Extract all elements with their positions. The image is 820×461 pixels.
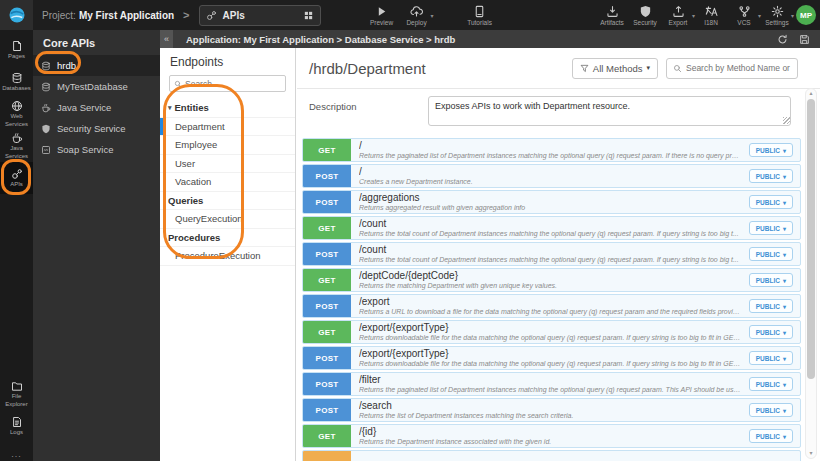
caret-down-icon: ▾ (692, 12, 695, 19)
tree-item-employee[interactable]: Employee (160, 136, 295, 155)
resize-grip[interactable] (783, 117, 790, 124)
endpoint-row[interactable]: GET/countReturns the total count of Depa… (302, 216, 801, 240)
endpoints-search[interactable] (169, 75, 286, 92)
wavemaker-logo-icon (8, 6, 26, 24)
access-dropdown[interactable]: PUBLIC ▾ (749, 377, 793, 391)
access-dropdown[interactable]: PUBLIC ▾ (749, 247, 793, 261)
folder-icon (11, 380, 23, 392)
branch-icon (738, 5, 751, 18)
endpoints-search-input[interactable] (185, 79, 281, 89)
endpoint-description: Returns the matching Department with giv… (359, 282, 741, 290)
toolbar-preview-button[interactable]: Preview (369, 5, 395, 26)
refresh-icon[interactable] (777, 34, 788, 45)
save-icon[interactable] (799, 34, 810, 45)
collapse-panel-button[interactable]: « (160, 30, 173, 48)
workspace-selector[interactable]: APIs (199, 5, 321, 26)
access-dropdown[interactable]: PUBLIC ▾ (749, 403, 793, 417)
caret-down-icon: ▾ (783, 147, 786, 154)
core-apis-item-mytestdatabase[interactable]: MyTestDatabase (33, 76, 160, 97)
scrollbar-thumb[interactable] (807, 99, 815, 379)
database-icon (11, 72, 23, 84)
toolbar-artifacts-button[interactable]: Artifacts (599, 5, 625, 26)
tree-group-queries[interactable]: Queries (160, 192, 295, 211)
tree-item-procedureexecution[interactable]: ProcedureExecution (160, 247, 295, 266)
vertical-scrollbar[interactable]: ▴ ▾ (805, 88, 817, 459)
app-logo[interactable] (0, 0, 33, 30)
endpoint-row[interactable]: POST/countReturns the total count of Dep… (302, 242, 801, 266)
core-apis-item-hrdb[interactable]: hrdb (33, 55, 160, 76)
method-search[interactable] (666, 58, 798, 79)
description-field[interactable]: Exposes APIs to work with Department res… (428, 96, 791, 126)
access-dropdown[interactable]: PUBLIC ▾ (749, 351, 793, 365)
toolbar-settings-button[interactable]: ▾Settings (764, 5, 790, 26)
endpoint-description: Returns the paginated list of Department… (359, 152, 741, 160)
method-badge: GET (303, 217, 351, 239)
caret-down-icon: ▾ (646, 64, 650, 72)
core-apis-sidebar: Core APIs hrdbMyTestDatabaseJava Service… (33, 30, 160, 461)
core-apis-item-java-service[interactable]: Java Service (33, 97, 160, 118)
core-apis-item-security-service[interactable]: Security Service (33, 118, 160, 139)
tree-item-queryexecution[interactable]: QueryExecution (160, 210, 295, 229)
endpoint-description: Returns downloadable file for the data m… (359, 334, 741, 342)
toolbar-export-button[interactable]: ▾Export (665, 5, 691, 26)
database-icon (41, 61, 51, 71)
method-badge: GET (303, 425, 351, 447)
left-rail-items: PagesDatabasesWeb ServicesJava ServicesA… (0, 30, 33, 194)
toolbar-security-button[interactable]: Security (632, 5, 658, 26)
caret-down-icon: ▾ (783, 407, 786, 414)
core-apis-item-soap-service[interactable]: Soap Service (33, 139, 160, 160)
scroll-up-icon[interactable]: ▴ (809, 89, 812, 98)
methods-filter-dropdown[interactable]: All Methods ▾ (572, 58, 658, 79)
endpoints-panel: Endpoints ▾EntitiesDepartmentEmployeeUse… (160, 48, 296, 461)
endpoint-description: Returns the list of Department instances… (359, 412, 741, 420)
endpoint-row[interactable]: GET/export/{exportType}Returns downloada… (302, 320, 801, 344)
access-dropdown[interactable]: PUBLIC ▾ (749, 429, 793, 443)
endpoint-row[interactable]: POST/searchReturns the list of Departmen… (302, 398, 801, 422)
method-search-input[interactable] (686, 63, 791, 73)
tree-group-entities[interactable]: ▾Entities (160, 99, 295, 118)
rail-item-databases[interactable]: Databases (0, 66, 33, 98)
endpoint-row[interactable]: GET/deptCode/{deptCode}Returns the match… (302, 268, 801, 292)
rail-item-web-services[interactable]: Web Services (0, 98, 33, 130)
endpoint-description: Returns aggregated result with given agg… (359, 204, 741, 212)
endpoint-row[interactable]: POST/aggregationsReturns aggregated resu… (302, 190, 801, 214)
grid-icon (303, 10, 314, 21)
toolbar-vcs-button[interactable]: ▾VCS (731, 5, 757, 26)
rail-item-logs[interactable]: Logs (0, 410, 33, 442)
access-dropdown[interactable]: PUBLIC ▾ (749, 273, 793, 287)
toolbar-right: ArtifactsSecurity▾ExportI18N▾VCS▾Setting… (599, 5, 790, 26)
toolbar-deploy-button[interactable]: ▾Deploy (404, 5, 430, 26)
endpoint-description: Returns the paginated list of Department… (359, 386, 741, 394)
rail-item-java-services[interactable]: Java Services (0, 130, 33, 162)
more-menu-button[interactable]: ... (0, 446, 33, 461)
endpoint-row[interactable]: POST/Creates a new Department instance.P… (302, 164, 801, 188)
rail-item-file-explorer[interactable]: File Explorer (0, 378, 33, 410)
method-badge: POST (303, 399, 351, 421)
tree-item-user[interactable]: User (160, 155, 295, 174)
tree-item-vacation[interactable]: Vacation (160, 173, 295, 192)
endpoint-row[interactable] (302, 450, 801, 461)
methods-filter-label: All Methods (593, 63, 643, 74)
endpoint-row[interactable]: POST/filterReturns the paginated list of… (302, 372, 801, 396)
access-dropdown[interactable]: PUBLIC ▾ (749, 143, 793, 157)
tree-group-procedures[interactable]: Procedures (160, 229, 295, 248)
api-icon (11, 168, 23, 180)
access-dropdown[interactable]: PUBLIC ▾ (749, 195, 793, 209)
rail-item-pages[interactable]: Pages (0, 34, 33, 66)
endpoint-row[interactable]: POST/exportReturns a URL to download a f… (302, 294, 801, 318)
toolbar-tutorials-button[interactable]: Tutorials (467, 5, 493, 26)
caret-down-icon: ▾ (783, 433, 786, 440)
access-dropdown[interactable]: PUBLIC ▾ (749, 325, 793, 339)
avatar[interactable]: MP (796, 5, 816, 25)
access-dropdown[interactable]: PUBLIC ▾ (749, 299, 793, 313)
tree-item-department[interactable]: Department (160, 118, 295, 137)
project-name: My First Application (79, 10, 174, 21)
endpoint-row[interactable]: POST/export/{exportType}Returns download… (302, 346, 801, 370)
endpoint-row[interactable]: GET/Returns the paginated list of Depart… (302, 138, 801, 162)
rail-item-apis[interactable]: APIs (0, 162, 33, 194)
toolbar-i18n-button[interactable]: I18N (698, 5, 724, 26)
scroll-down-icon[interactable]: ▾ (809, 449, 812, 458)
access-dropdown[interactable]: PUBLIC ▾ (749, 169, 793, 183)
access-dropdown[interactable]: PUBLIC ▾ (749, 221, 793, 235)
endpoint-row[interactable]: GET/{id}Returns the Department instance … (302, 424, 801, 448)
